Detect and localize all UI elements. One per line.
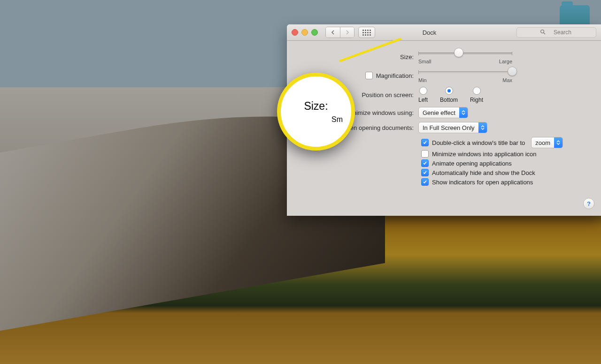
magnification-min-label: Min xyxy=(418,77,427,83)
minimize-into-icon-label: Minimize windows into application icon xyxy=(432,151,537,158)
search-field-wrap xyxy=(516,27,596,38)
minimize-into-icon-checkbox[interactable] xyxy=(421,150,429,158)
double-click-action-dropdown[interactable]: zoom xyxy=(531,137,563,148)
forward-button[interactable] xyxy=(340,27,354,38)
window-title: Dock xyxy=(379,29,480,36)
size-slider[interactable] xyxy=(418,49,512,58)
autohide-label: Automatically hide and show the Dock xyxy=(432,169,535,176)
svg-point-0 xyxy=(541,30,544,33)
magnification-max-label: Max xyxy=(502,77,512,83)
position-radio-group: Left Bottom Right xyxy=(418,87,483,103)
dropdown-arrows-icon xyxy=(554,137,562,148)
position-left-label: Left xyxy=(418,97,428,103)
size-min-label: Small xyxy=(418,59,431,64)
zoom-window-button[interactable] xyxy=(311,29,318,36)
position-right-radio[interactable] xyxy=(473,87,481,95)
window-titlebar[interactable]: Dock xyxy=(287,24,601,41)
svg-line-1 xyxy=(544,33,545,34)
callout-magnifier: Size: Sm xyxy=(277,73,355,151)
animate-label: Animate opening applications xyxy=(432,160,512,167)
magnification-label: Magnification: xyxy=(376,72,414,79)
position-bottom-label: Bottom xyxy=(440,97,458,103)
indicators-label: Show indicators for open applications xyxy=(432,179,533,186)
nav-back-forward xyxy=(325,27,354,38)
magnification-checkbox[interactable] xyxy=(365,72,373,79)
autohide-checkbox[interactable] xyxy=(421,169,429,176)
help-button[interactable]: ? xyxy=(583,198,594,209)
magnification-slider[interactable] xyxy=(418,68,512,76)
search-icon xyxy=(540,29,546,36)
indicators-checkbox[interactable] xyxy=(421,178,429,186)
minimize-using-dropdown[interactable]: Genie effect xyxy=(418,107,468,118)
double-click-label: Double-click a window's title bar to xyxy=(432,139,525,146)
double-click-checkbox[interactable] xyxy=(421,139,429,146)
size-max-label: Large xyxy=(499,59,512,64)
prefer-tabs-value: In Full Screen Only xyxy=(419,124,478,131)
position-left-radio[interactable] xyxy=(419,87,427,95)
prefer-tabs-dropdown[interactable]: In Full Screen Only xyxy=(418,122,487,133)
minimize-window-button[interactable] xyxy=(301,29,308,36)
close-window-button[interactable] xyxy=(292,29,298,36)
back-button[interactable] xyxy=(326,27,340,38)
search-input[interactable] xyxy=(516,27,596,38)
minimize-using-value: Genie effect xyxy=(419,109,459,116)
double-click-action-value: zoom xyxy=(532,139,554,146)
callout-sub-text: Sm xyxy=(331,115,343,124)
callout-big-text: Size: xyxy=(304,100,328,113)
dropdown-arrows-icon xyxy=(478,122,487,133)
dropdown-arrows-icon xyxy=(459,107,468,118)
position-bottom-radio[interactable] xyxy=(445,87,453,95)
animate-checkbox[interactable] xyxy=(421,159,429,167)
position-right-label: Right xyxy=(470,97,483,103)
traffic-lights xyxy=(292,29,318,36)
show-all-prefs-button[interactable] xyxy=(358,27,375,38)
